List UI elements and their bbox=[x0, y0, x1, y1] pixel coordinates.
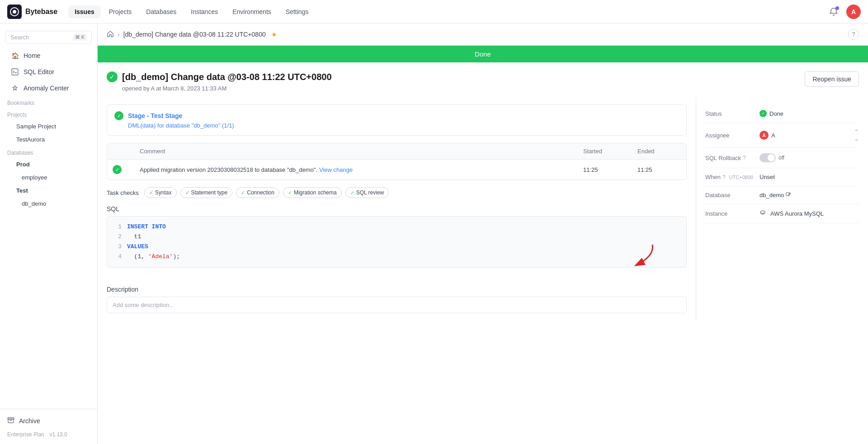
sidebar-db-db-demo[interactable]: db_demo bbox=[4, 198, 94, 210]
notification-dot bbox=[835, 6, 839, 10]
archive-icon bbox=[7, 416, 14, 425]
nav-item-issues[interactable]: Issues bbox=[68, 5, 101, 18]
col-header-status bbox=[107, 143, 134, 159]
archive-label: Archive bbox=[19, 417, 40, 425]
nav-item-settings[interactable]: Settings bbox=[279, 5, 315, 18]
layout: Search ⌘ K 🏠 Home SQL Editor Anomaly Cen… bbox=[0, 24, 868, 444]
breadcrumb-sep: › bbox=[118, 31, 120, 38]
view-change-link[interactable]: View change bbox=[319, 166, 353, 173]
sql-line-2: 2 t1 bbox=[114, 232, 679, 242]
sidebar-db-test[interactable]: Test bbox=[4, 184, 94, 197]
check-sql-review-icon: ✓ bbox=[350, 190, 354, 196]
assignee-value[interactable]: A A ⌃⌄ bbox=[760, 128, 859, 142]
issue-title: ✓ [db_demo] Change data @03-08 11:22 UTC… bbox=[107, 71, 805, 82]
nav-items: Issues Projects Databases Instances Envi… bbox=[68, 5, 826, 18]
instance-label: Instance bbox=[705, 210, 760, 217]
info-row-status: Status ✓ Done bbox=[705, 104, 859, 123]
when-help-icon[interactable]: ? bbox=[722, 174, 726, 180]
nav-item-projects[interactable]: Projects bbox=[103, 5, 138, 18]
stage-subtitle[interactable]: DML(data) for database "db_demo" (1/1) bbox=[114, 122, 679, 129]
bookmarks-section-label: Bookmarks bbox=[0, 96, 97, 108]
sql-rollback-toggle[interactable]: off bbox=[760, 153, 784, 162]
sidebar-item-anomaly-label: Anomaly Center bbox=[24, 85, 69, 92]
status-done-text: Done bbox=[769, 110, 783, 117]
database-link-icon bbox=[786, 192, 791, 198]
version-info: Enterprise Plan v1.13.0 bbox=[0, 429, 97, 440]
svg-point-1 bbox=[13, 10, 16, 14]
anomaly-center-icon bbox=[11, 84, 19, 92]
topnav: Bytebase Issues Projects Databases Insta… bbox=[0, 0, 868, 24]
info-row-instance: Instance AWS Aurora MySQL bbox=[705, 204, 859, 223]
sql-label: SQL bbox=[107, 205, 687, 213]
status-done-icon: ✓ bbox=[760, 110, 767, 117]
sql-values-content: (1, 'Adela'); bbox=[127, 252, 180, 262]
stage-header: ✓ Stage - Test Stage bbox=[114, 111, 679, 120]
stage-check-icon: ✓ bbox=[114, 111, 123, 120]
sidebar-item-test-aurora[interactable]: TestAurora bbox=[4, 133, 94, 146]
user-avatar[interactable]: A bbox=[846, 5, 861, 19]
help-icon[interactable]: ? bbox=[848, 29, 859, 40]
check-badge-connection[interactable]: ✓ Connection bbox=[236, 187, 279, 198]
databases-section-label: Databases bbox=[0, 146, 97, 158]
nav-item-instances[interactable]: Instances bbox=[184, 5, 224, 18]
reopen-button[interactable]: Reopen issue bbox=[805, 71, 859, 87]
sql-rollback-help-icon[interactable]: ? bbox=[743, 155, 746, 161]
when-value: Unset bbox=[760, 174, 859, 180]
sidebar: Search ⌘ K 🏠 Home SQL Editor Anomaly Cen… bbox=[0, 24, 98, 444]
right-panel: Status ✓ Done Assignee A A ⌃⌄ bbox=[696, 97, 868, 321]
toggle-thumb bbox=[768, 154, 775, 161]
notification-button[interactable] bbox=[826, 5, 841, 19]
check-connection-label: Connection bbox=[247, 189, 274, 196]
row-ended: 11:25 bbox=[632, 160, 686, 179]
toggle-label: off bbox=[778, 155, 784, 161]
assignee-expand-icon[interactable]: ⌃⌄ bbox=[854, 128, 859, 142]
search-box[interactable]: Search ⌘ K bbox=[5, 31, 92, 44]
breadcrumb: › [db_demo] Change data @03-08 11:22 UTC… bbox=[98, 24, 868, 46]
main-panel: ✓ Stage - Test Stage DML(data) for datab… bbox=[98, 97, 696, 321]
sidebar-item-anomaly-center[interactable]: Anomaly Center bbox=[4, 80, 94, 96]
sql-line-1: 1 INSERT INTO bbox=[114, 222, 679, 232]
sql-line-3: 3 VALUES bbox=[114, 242, 679, 252]
row-started: 11:25 bbox=[578, 160, 632, 179]
stage-title[interactable]: Stage - Test Stage bbox=[128, 112, 182, 119]
description-input[interactable]: Add some description... bbox=[107, 297, 687, 313]
database-value[interactable]: db_demo bbox=[760, 192, 859, 198]
sidebar-item-sql-editor[interactable]: SQL Editor bbox=[4, 64, 94, 80]
nav-item-environments[interactable]: Environments bbox=[226, 5, 278, 18]
search-placeholder: Search bbox=[10, 34, 29, 41]
logo-text: Bytebase bbox=[25, 8, 57, 16]
nav-item-databases[interactable]: Databases bbox=[140, 5, 183, 18]
breadcrumb-home[interactable] bbox=[107, 30, 114, 39]
main-content: › [db_demo] Change data @03-08 11:22 UTC… bbox=[98, 24, 868, 444]
task-table: Comment Started Ended ✓ Applied migratio… bbox=[107, 143, 687, 180]
assignee-name: A bbox=[771, 132, 775, 139]
sidebar-bottom: Archive Enterprise Plan v1.13.0 bbox=[0, 409, 97, 440]
description-placeholder: Add some description... bbox=[113, 302, 174, 308]
breadcrumb-star[interactable]: ★ bbox=[271, 31, 277, 38]
sidebar-db-employee[interactable]: employee bbox=[4, 171, 94, 184]
line-num-2: 2 bbox=[114, 232, 122, 242]
assignee-label: Assignee bbox=[705, 132, 760, 139]
task-checks-label: Task checks bbox=[107, 189, 139, 196]
check-badge-sql-review[interactable]: ✓ SQL review bbox=[345, 187, 389, 198]
issue-header: ✓ [db_demo] Change data @03-08 11:22 UTC… bbox=[98, 62, 868, 97]
issue-meta: opened by A at March 8, 2023 11:33 AM bbox=[107, 85, 805, 92]
info-row-database: Database db_demo bbox=[705, 186, 859, 204]
check-badge-statement-type[interactable]: ✓ Statement type bbox=[180, 187, 233, 198]
check-syntax-label: Syntax bbox=[155, 189, 172, 196]
when-timezone: UTC+0800 bbox=[729, 175, 754, 180]
sidebar-db-prod[interactable]: Prod bbox=[4, 158, 94, 170]
sidebar-item-archive[interactable]: Archive bbox=[0, 413, 97, 429]
info-row-sql-rollback: SQL Rollback ? off bbox=[705, 148, 859, 168]
sql-insert-into: INSERT INTO bbox=[127, 222, 166, 232]
stage-section: ✓ Stage - Test Stage DML(data) for datab… bbox=[107, 104, 687, 136]
logo-icon bbox=[7, 5, 22, 19]
row-check-icon: ✓ bbox=[113, 165, 122, 174]
search-shortcut: ⌘ K bbox=[73, 34, 87, 41]
toggle-track[interactable] bbox=[760, 153, 776, 162]
sidebar-item-home[interactable]: 🏠 Home bbox=[4, 48, 94, 63]
sidebar-item-sample-project[interactable]: Sample Project bbox=[4, 120, 94, 132]
check-badge-migration-schema[interactable]: ✓ Migration schema bbox=[283, 187, 342, 198]
check-badge-syntax[interactable]: ✓ Syntax bbox=[144, 187, 177, 198]
sql-editor[interactable]: 1 INSERT INTO 2 t1 3 VALUES 4 (1, 'Adela… bbox=[107, 216, 687, 268]
